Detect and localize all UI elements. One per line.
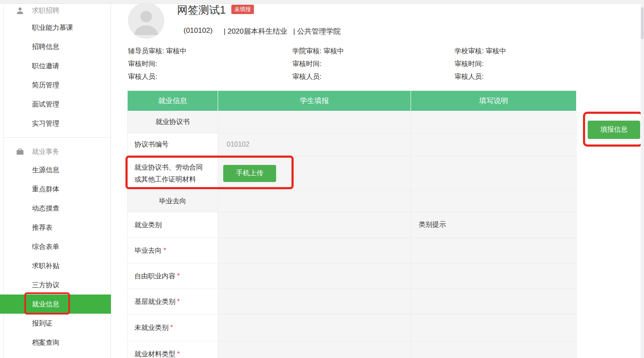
page-scrollbar[interactable] [641,4,644,358]
required-mark: * [163,247,166,254]
header-fill-instructions: 填写说明 [411,91,577,111]
review-status-line: 学校审核: 审核中 [455,45,506,58]
review-status-line: 辅导员审核: 审核中 [128,45,186,58]
student-code: (010102) [184,26,213,36]
review-time-line: 审核时间: [292,58,344,70]
sidebar-item-internship[interactable]: 实习管理 [0,114,111,133]
sidebar-item-registration-card[interactable]: 报到证 [0,314,111,333]
top-strip [0,0,644,4]
sidebar-section-employment: 就业事务 [0,147,111,157]
sidebar-section-jobs: 求职招聘 [0,6,111,16]
fill-report-button[interactable]: 填报信息 [588,121,640,139]
sidebar-list-employment: 生源信息 重点群体 动态摸查 推荐表 综合表单 求职补贴 三方协议 就业信息 报… [0,160,111,352]
sidebar-section-title: 就业事务 [32,147,59,156]
table-header-row: 就业信息 学生填报 填写说明 [128,91,577,111]
sidebar-item-comprehensive-form[interactable]: 综合表单 [0,237,111,256]
sidebar: 求职招聘 职业能力慕课 招聘信息 职位邀请 简历管理 面试管理 实习管理 就业事… [0,4,111,358]
college-review-status: 学院审核: 审核中 审核时间: 审核人员: [292,45,344,83]
avatar [128,3,164,39]
table-row: 未就业类别* [128,315,577,341]
agreement-number-value: 010102 [227,141,249,148]
mobile-upload-button[interactable]: 手机上传 [223,165,276,182]
scrollbar-thumb[interactable] [641,7,644,39]
table-row: 毕业去向 [128,191,577,212]
sidebar-section-title: 求职招聘 [32,6,59,15]
category-hint: 类别提示 [411,212,577,238]
profile-subtitle: (010102) | 2020届本科生结业 | 公共管理学院 [184,26,341,36]
sidebar-list-jobs: 职业能力慕课 招聘信息 职位邀请 简历管理 面试管理 实习管理 [0,18,111,133]
review-time-line: 审核时间: [128,58,186,70]
table-row: 协议书编号 010102 [128,133,577,156]
sidebar-item-resume[interactable]: 简历管理 [0,75,111,95]
row-label: 就业协议书 [128,111,218,133]
header-employment-info: 就业信息 [128,91,218,111]
table-row: 自由职业内容* [128,263,577,289]
sidebar-item-dynamic-survey[interactable]: 动态摸查 [0,199,111,218]
college-name: | 公共管理学院 [293,26,341,36]
sidebar-item-position-invite[interactable]: 职位邀请 [0,56,111,75]
review-time-line: 审核时间: [455,58,506,70]
sidebar-item-job-subsidy[interactable]: 求职补贴 [0,256,111,275]
required-mark: * [170,324,173,331]
sidebar-item-recommendation[interactable]: 推荐表 [0,218,111,237]
row-label: 自由职业内容 [134,272,175,280]
app-window: 求职招聘 职业能力慕课 招聘信息 职位邀请 简历管理 面试管理 实习管理 就业事… [0,0,644,358]
row-label: 毕业去向 [134,247,162,254]
review-status-line: 学院审核: 审核中 [292,45,344,58]
row-label: 基层就业类别 [134,298,175,305]
header-student-fill: 学生填报 [218,91,411,111]
table-row: 毕业去向* [128,238,577,263]
row-label: 就业协议书、劳动合同或其他工作证明材料 [128,156,218,191]
school-review-status: 学校审核: 审核中 审核时间: 审核人员: [455,45,506,83]
review-person-line: 审核人员: [455,70,506,83]
sidebar-item-tripartite-agreement[interactable]: 三方协议 [0,275,111,294]
sidebar-item-employment-info[interactable]: 就业信息 [0,294,111,314]
sidebar-divider [3,137,111,138]
sidebar-item-mooc[interactable]: 职业能力慕课 [0,18,111,37]
status-badge: 未填报 [231,5,254,14]
table-row: 就业协议书、劳动合同或其他工作证明材料 手机上传 [128,156,577,191]
sidebar-item-recruit-info[interactable]: 招聘信息 [0,37,111,56]
table-row: 基层就业类别* [128,289,577,315]
row-label: 就业材料类型 [134,350,175,358]
review-person-line: 审核人员: [292,70,344,83]
sidebar-item-interview[interactable]: 面试管理 [0,95,111,114]
briefcase-icon [16,148,24,156]
graduation-batch: | 2020届本科生结业 [224,26,287,36]
row-label: 就业类别 [128,212,218,238]
counselor-review-status: 辅导员审核: 审核中 审核时间: 审核人员: [128,45,186,83]
required-mark: * [177,272,180,280]
row-label: 未就业类别 [134,324,169,331]
row-label: 协议书编号 [128,133,218,156]
required-mark: * [177,298,180,305]
sidebar-item-key-groups[interactable]: 重点群体 [0,179,111,199]
user-icon [16,7,24,14]
sidebar-item-origin-info[interactable]: 生源信息 [0,160,111,179]
table-row: 就业类别 类别提示 [128,212,577,238]
employment-table: 就业信息 学生填报 填写说明 就业协议书 协议书编号 010102 就业协议书、… [127,90,576,358]
required-mark: * [177,350,180,358]
review-person-line: 审核人员: [128,70,186,83]
profile-title-row: 网签测试1 未填报 [177,3,254,16]
table-row: 就业材料类型* [128,341,577,358]
page-title: 网签测试1 [177,3,226,16]
sidebar-item-archive-query[interactable]: 档案查询 [0,333,111,352]
table-row: 就业协议书 [128,111,577,133]
row-label: 毕业去向 [128,191,218,212]
